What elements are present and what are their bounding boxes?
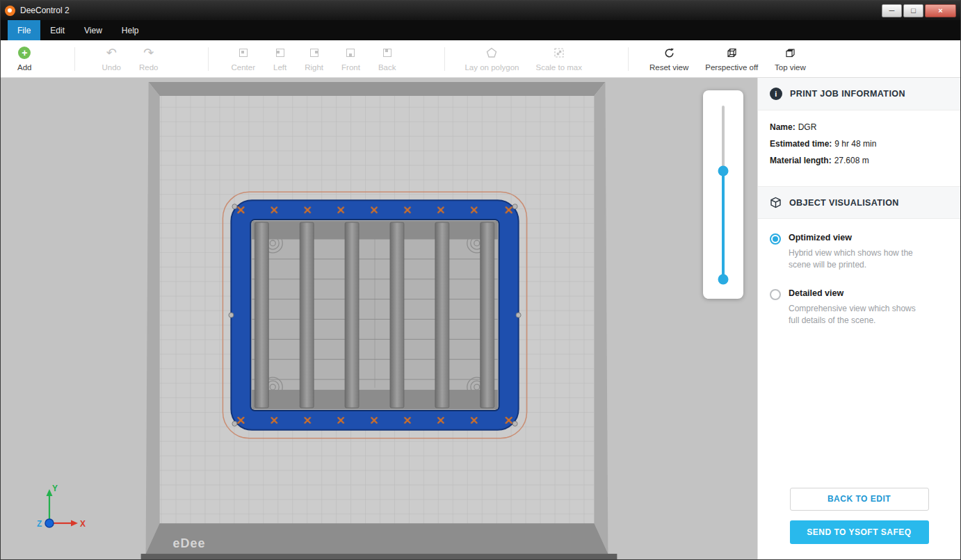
window-title: DeeControl 2 (20, 6, 70, 15)
viewport-3d[interactable]: eDee (1, 78, 757, 559)
perspective-icon (726, 47, 738, 59)
view-center-icon (239, 49, 248, 57)
menu-help[interactable]: Help (112, 20, 149, 40)
view-front-icon (346, 49, 355, 57)
optimized-view-description: Hybrid view which shows how the scene wi… (789, 247, 928, 272)
slider-upper-handle[interactable] (718, 166, 729, 176)
detailed-view-label: Detailed view (789, 288, 928, 298)
toolbar-separator (444, 47, 445, 71)
visualisation-header: OBJECT VISUALISATION (758, 186, 960, 219)
view-left-icon (276, 49, 284, 57)
x-axis-label: X (80, 519, 86, 529)
print-bed-scene: eDee (1, 78, 757, 559)
top-wall-band (252, 221, 497, 239)
app-window: DeeControl 2 ─ □ × File Edit View Help +… (0, 0, 961, 560)
y-axis-label: Y (52, 484, 58, 493)
top-view-icon (784, 47, 796, 59)
slider-lower-handle[interactable] (718, 274, 729, 285)
close-button[interactable]: × (925, 4, 956, 17)
sliced-object[interactable] (223, 192, 526, 438)
print-job-title: PRINT JOB INFORMATION (790, 89, 905, 99)
view-right-button[interactable]: Right (298, 40, 330, 77)
menubar: File Edit View Help (1, 20, 960, 40)
detailed-view-option[interactable]: Detailed view Comprehensive view which s… (770, 288, 948, 327)
add-icon: + (18, 47, 31, 59)
material-length-row: Material length:27.608 m (770, 156, 948, 165)
main-area: eDee (1, 78, 960, 559)
window-controls: ─ □ × (882, 4, 956, 17)
add-button[interactable]: + Add (10, 40, 38, 77)
scale-to-max-icon (554, 47, 565, 58)
toolbar: + Add ↶ Undo ↷ Redo Center Left Right Fr… (1, 40, 960, 78)
view-right-icon (310, 49, 318, 57)
toolbar-separator (74, 47, 75, 71)
sidepanel: i PRINT JOB INFORMATION Name:DGR Estimat… (757, 78, 960, 559)
view-back-button[interactable]: Back (371, 40, 403, 77)
panel-actions: BACK TO EDIT SEND TO YSOFT SAFEQ (758, 488, 960, 559)
view-center-button[interactable]: Center (224, 40, 262, 77)
visualisation-options: Optimized view Hybrid view which shows h… (758, 219, 960, 351)
estimated-time-row: Estimated time:9 hr 48 min (770, 139, 948, 149)
optimized-view-radio[interactable] (770, 233, 781, 245)
scale-to-max-button[interactable]: Scale to max (528, 40, 588, 77)
undo-button[interactable]: ↶ Undo (95, 40, 128, 77)
lay-on-polygon-icon (486, 47, 497, 58)
detailed-view-description: Comprehensive view which shows full deta… (789, 303, 928, 327)
menu-view[interactable]: View (74, 20, 112, 40)
bed-bottom-wall (146, 523, 608, 554)
bed-top-wall (149, 82, 606, 96)
print-job-info: Name:DGR Estimated time:9 hr 48 min Mate… (758, 110, 960, 186)
z-axis-dot (45, 519, 54, 527)
undo-icon: ↶ (106, 46, 117, 60)
optimized-view-option[interactable]: Optimized view Hybrid view which shows h… (770, 233, 948, 272)
lay-on-polygon-button[interactable]: Lay on polygon (458, 40, 526, 77)
z-axis-label: Z (37, 519, 42, 529)
redo-icon: ↷ (143, 46, 154, 60)
toolbar-separator (208, 47, 209, 71)
bed-brand-label: eDee (173, 536, 206, 550)
maximize-button[interactable]: □ (903, 4, 923, 17)
reset-view-icon (663, 47, 675, 59)
reset-view-button[interactable]: Reset view (643, 40, 695, 77)
print-job-header: i PRINT JOB INFORMATION (758, 78, 960, 110)
app-icon (5, 6, 15, 16)
x-axis-arrow (71, 520, 78, 527)
info-icon: i (770, 88, 782, 100)
panel-spacer (758, 351, 960, 488)
toolbar-separator (628, 47, 629, 71)
view-back-icon (383, 49, 391, 57)
top-view-button[interactable]: Top view (768, 40, 813, 77)
detailed-view-radio[interactable] (770, 289, 781, 300)
layer-range-slider[interactable] (703, 90, 743, 299)
minimize-button[interactable]: ─ (882, 4, 902, 17)
bottom-wall-band (252, 390, 497, 409)
menu-file[interactable]: File (8, 20, 40, 40)
back-to-edit-button[interactable]: BACK TO EDIT (790, 488, 929, 511)
redo-button[interactable]: ↷ Redo (132, 40, 165, 77)
job-name-row: Name:DGR (770, 122, 948, 132)
slider-active-range (722, 171, 725, 279)
view-front-button[interactable]: Front (334, 40, 367, 77)
visualisation-title: OBJECT VISUALISATION (789, 198, 899, 208)
titlebar: DeeControl 2 ─ □ × (1, 1, 960, 20)
menu-edit[interactable]: Edit (40, 20, 74, 40)
perspective-button[interactable]: Perspective off (698, 40, 765, 77)
optimized-view-label: Optimized view (789, 233, 928, 242)
send-to-ysoft-safeq-button[interactable]: SEND TO YSOFT SAFEQ (790, 520, 929, 544)
axis-gizmo: Y X Z (29, 481, 87, 536)
cube-icon (770, 197, 782, 208)
view-left-button[interactable]: Left (266, 40, 293, 77)
slider-track[interactable] (722, 106, 725, 283)
